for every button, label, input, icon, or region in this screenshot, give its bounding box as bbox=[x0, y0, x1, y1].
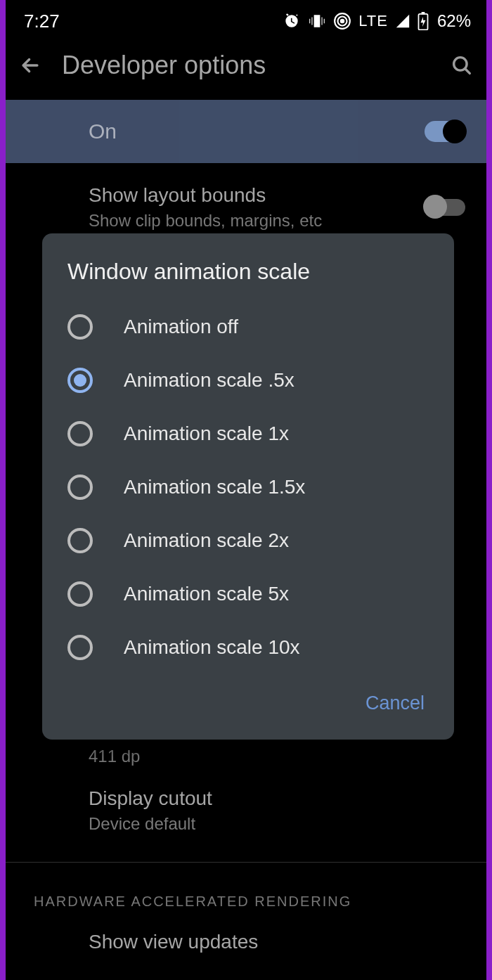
radio-option[interactable]: Animation scale 1x bbox=[42, 407, 454, 460]
radio-label: Animation scale 1x bbox=[124, 423, 289, 445]
radio-list: Animation offAnimation scale .5xAnimatio… bbox=[42, 300, 454, 674]
radio-option[interactable]: Animation off bbox=[42, 300, 454, 354]
radio-selected-icon bbox=[67, 368, 93, 393]
phone-frame: 7:27 LTE 62% Developer options bbox=[6, 0, 486, 980]
dialog-actions: Cancel bbox=[42, 674, 454, 731]
radio-unselected-icon bbox=[67, 528, 93, 553]
radio-unselected-icon bbox=[67, 635, 93, 660]
radio-unselected-icon bbox=[67, 475, 93, 500]
radio-option[interactable]: Animation scale 2x bbox=[42, 514, 454, 567]
dialog-title: Window animation scale bbox=[42, 259, 454, 300]
animation-scale-dialog: Window animation scale Animation offAnim… bbox=[42, 233, 454, 740]
radio-option[interactable]: Animation scale 5x bbox=[42, 567, 454, 621]
radio-option[interactable]: Animation scale .5x bbox=[42, 354, 454, 407]
radio-label: Animation scale 2x bbox=[124, 529, 289, 552]
radio-option[interactable]: Animation scale 1.5x bbox=[42, 460, 454, 514]
radio-unselected-icon bbox=[67, 421, 93, 446]
cancel-button[interactable]: Cancel bbox=[356, 685, 434, 721]
radio-unselected-icon bbox=[67, 314, 93, 340]
radio-label: Animation scale 10x bbox=[124, 636, 300, 659]
radio-label: Animation scale .5x bbox=[124, 369, 294, 392]
radio-label: Animation off bbox=[124, 316, 238, 338]
radio-label: Animation scale 5x bbox=[124, 583, 289, 605]
radio-unselected-icon bbox=[67, 581, 93, 607]
radio-option[interactable]: Animation scale 10x bbox=[42, 621, 454, 674]
radio-label: Animation scale 1.5x bbox=[124, 476, 305, 498]
